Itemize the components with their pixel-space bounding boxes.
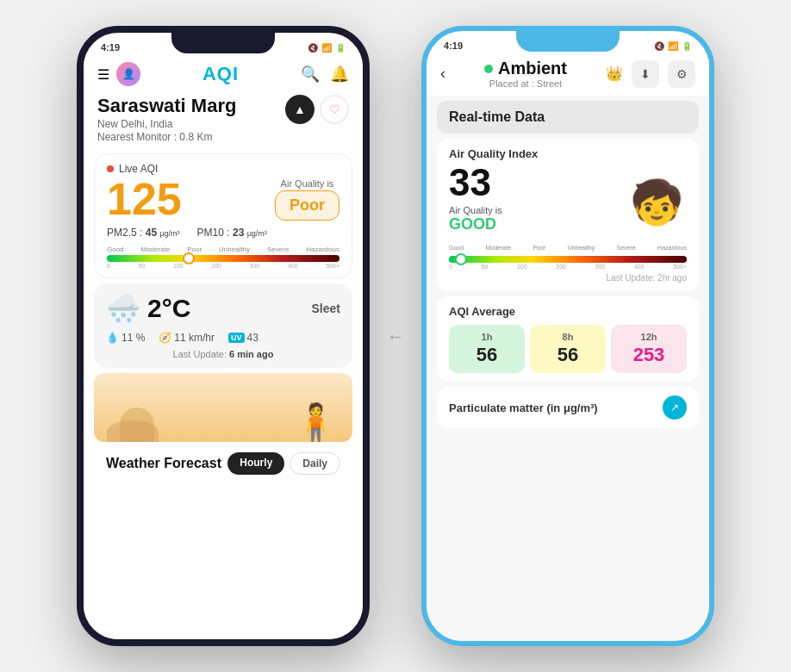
air-quality-label: Air Quality is [275,178,339,189]
wind-icon: 🧭 [159,332,171,344]
character-2: 🧒 [626,164,687,241]
avatar[interactable]: 👤 [116,62,140,86]
particulate-title: Particulate matter (in μg/m³) [449,401,598,414]
status-icons-1: 🔇 📶 🔋 [308,43,346,53]
tab-hourly[interactable]: Hourly [227,452,284,475]
notch-2 [516,31,620,52]
wifi-icon: 📶 [321,43,332,53]
back-icon[interactable]: ‹ [440,65,445,83]
quality-badge: Poor [275,190,339,221]
location-section: Saraswati Marg New Delhi, India Nearest … [84,91,363,150]
pm25-unit: μg/m³ [159,229,179,238]
avg-label-1h: 1h [482,332,493,342]
aqi-avg-title: AQI Average [449,305,687,318]
heart-icon[interactable]: ♡ [320,95,349,124]
aqi-bar-labels-2: Good Moderate Poor Unhealthy Severe Haza… [449,245,687,251]
crown-icon: 👑 [606,65,623,82]
expand-icon[interactable]: ↗ [663,395,687,420]
app-logo: AQI [202,63,239,85]
live-aqi-label: Live AQI [107,163,339,175]
realtime-label: Real-time Data [449,109,545,124]
header-icons: 🔍 🔔 [301,65,349,84]
placed-at: Placed at : Street [489,78,562,89]
last-update: Last Update: 6 min ago [106,349,340,359]
menu-icon[interactable]: ☰ [97,66,109,83]
battery-icon-2: 🔋 [682,41,692,51]
phone2-header: ‹ Ambient Placed at : Street 👑 ⬇ ⚙ [427,55,709,96]
pm25-item: PM2.5 : 45 μg/m³ [107,227,180,239]
location-row: Saraswati Marg New Delhi, India Nearest … [97,95,349,143]
scene-background: 🧍 [94,373,352,442]
label-moderate: Moderate [141,246,171,253]
weather-main-row: 🌨️ 2°C Sleet [106,292,340,325]
green-dot [484,65,493,73]
tab-daily[interactable]: Daily [290,452,340,475]
avg-card-1h: 1h 56 [449,325,525,373]
avg-label-12h: 12h [641,332,657,342]
aqi-avg-cards: 1h 56 8h 56 12h 253 [449,325,687,373]
label-unhealthy: Unhealthy [219,246,250,253]
phone-2: 4:19 🔇 📶 🔋 ‹ Ambient Placed at : Street [421,26,714,646]
last-update-2: Last Update: 2hr ago [449,273,687,283]
pm25-value: 45 [146,227,157,239]
app-header: ☰ 👤 AQI 🔍 🔔 [84,57,363,91]
avg-card-12h: 12h 253 [611,325,687,373]
particulate-section: Particulate matter (in μg/m³) ↗ [437,387,699,428]
last-update-value: 6 min ago [229,349,273,359]
arrow-between-phones: ← [387,327,404,346]
notch-1 [171,33,275,53]
mute-icon-2: 🔇 [654,41,664,51]
aqi-bar-container: Good Moderate Poor Unhealthy Severe Haza… [107,246,339,269]
battery-icon: 🔋 [335,43,346,53]
aqi-scale-numbers: 0 50 100 200 300 400 500+ [107,263,339,269]
avg-value-12h: 253 [633,344,665,366]
uv-label: UV [228,333,245,343]
label-severe: Severe [267,246,289,253]
avg-value-8h: 56 [557,344,578,366]
location-monitor: Nearest Monitor : 0.8 Km [97,131,236,143]
avg-value-1h: 56 [476,344,497,366]
phone2-content: ‹ Ambient Placed at : Street 👑 ⬇ ⚙ Real-… [427,55,709,641]
aqi-bar-labels: Good Moderate Poor Unhealthy Severe Haza… [107,246,339,253]
download-icon-btn[interactable]: ⬇ [632,60,659,88]
weather-icon-area: 🌨️ 2°C [106,292,190,325]
settings-icon-btn[interactable]: ⚙ [668,60,695,88]
pm25-label: PM2.5 : [107,227,142,239]
label-hazardous: Hazardous [306,246,339,253]
avg-label-8h: 8h [563,332,574,342]
aqi-gradient-bar [107,255,339,262]
header-action-icons: 👑 ⬇ ⚙ [606,60,695,88]
ambient-title-area: Ambient Placed at : Street [484,59,567,89]
uv-item: UV 43 [228,332,258,344]
weather-desc: Sleet [312,302,340,315]
aqi-card-number: 33 [449,164,502,202]
time-2: 4:19 [444,40,463,51]
weather-section: 🌨️ 2°C Sleet 💧 11 % 🧭 11 km/hr [94,283,352,368]
aqi-avg-section: AQI Average 1h 56 8h 56 12h 253 [437,296,699,382]
ambient-name: Ambient [498,59,567,78]
time-1: 4:19 [101,42,120,53]
live-aqi-text: Live AQI [119,163,158,175]
forecast-section: Weather Forecast Hourly Daily [94,445,352,487]
bell-icon[interactable]: 🔔 [330,65,349,84]
aqi-gradient-bar-2 [449,256,687,263]
label-good: Good [107,246,124,253]
character-1: 🧍 [292,404,339,442]
aqi-left: 33 Air Quality is GOOD [449,164,502,233]
aqi-scale-2: 0 50 100 200 300 400 500+ [449,264,687,270]
aqi-card-2: Air Quality Index 33 Air Quality is GOOD… [437,139,699,291]
avg-card-8h: 8h 56 [530,325,606,373]
weather-details-row: 💧 11 % 🧭 11 km/hr UV 43 [106,332,340,344]
wind-item: 🧭 11 km/hr [159,332,215,344]
particulate-header: Particulate matter (in μg/m³) ↗ [449,395,687,420]
phone1-content: ☰ 👤 AQI 🔍 🔔 Saraswati Marg New Delhi, In… [84,57,363,639]
phone-1: 4:19 🔇 📶 🔋 ☰ 👤 AQI 🔍 🔔 [77,26,370,646]
humidity-icon: 💧 [106,332,119,344]
navigate-icon[interactable]: ▲ [285,95,315,124]
humidity-value: 11 % [121,332,145,344]
location-name: Saraswati Marg [97,95,236,117]
aqi-section: Live AQI 125 Air Quality is Poor PM2.5 :… [94,153,352,278]
pm10-unit: μg/m³ [247,229,267,238]
red-dot [107,165,114,172]
search-icon[interactable]: 🔍 [301,65,320,84]
